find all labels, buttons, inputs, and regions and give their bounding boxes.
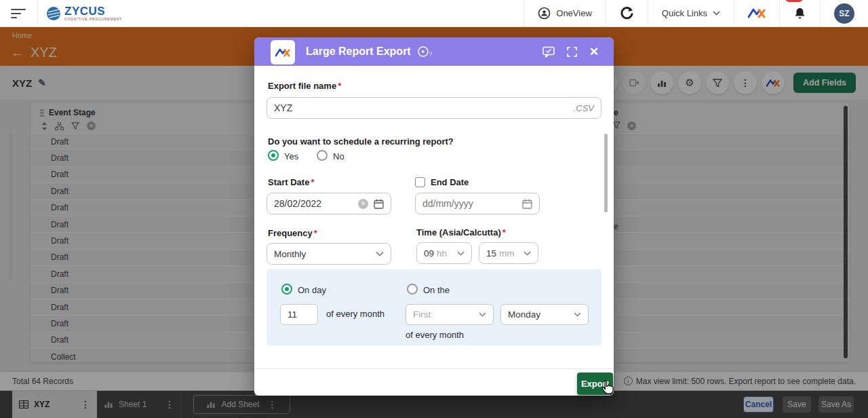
- time-label: Time (Asia/Calcutta)*: [416, 227, 506, 238]
- export-button[interactable]: Export: [577, 373, 613, 395]
- dialog-footer-divider: [254, 368, 614, 369]
- start-date-label: Start Date*: [268, 177, 314, 187]
- on-day-label: On day: [298, 285, 326, 295]
- end-date-field[interactable]: [415, 193, 540, 214]
- user-menu[interactable]: SZ: [820, 0, 868, 26]
- on-day-radio[interactable]: [281, 284, 292, 294]
- day-of-month-input[interactable]: [288, 309, 311, 320]
- refresh-icon: [620, 6, 634, 20]
- merlin-ax-icon: [748, 7, 766, 19]
- day-suffix-text: of every month: [326, 309, 384, 319]
- recurring-question: Do you want to schedule a recurring repo…: [268, 136, 454, 147]
- quick-links-label: Quick Links: [662, 8, 707, 18]
- chevron-down-icon: [457, 251, 465, 256]
- calendar-icon[interactable]: [374, 199, 384, 209]
- close-icon[interactable]: ✕: [589, 46, 599, 58]
- refresh-button[interactable]: [606, 0, 648, 26]
- video-help-icon[interactable]: ?: [418, 46, 432, 57]
- oneview-button[interactable]: OneView: [524, 0, 606, 26]
- end-date-checkbox[interactable]: [415, 177, 425, 187]
- recurring-yes-radio[interactable]: [268, 150, 279, 161]
- chevron-down-icon: [574, 312, 581, 317]
- frequency-select[interactable]: Monthly: [267, 243, 391, 265]
- merlin-ax-icon: [271, 40, 295, 64]
- hamburger-icon[interactable]: [0, 0, 38, 27]
- avatar: SZ: [834, 3, 854, 24]
- frequency-label: Frequency*: [268, 228, 317, 238]
- chevron-down-icon: [479, 312, 486, 317]
- notification-badge: 9483: [785, 0, 803, 2]
- weekday-select[interactable]: Monday: [500, 304, 589, 325]
- file-name-field[interactable]: .CSV: [267, 97, 601, 119]
- monthly-options-panel: On day On the of every month First Monda…: [267, 269, 601, 345]
- end-date-label: End Date: [431, 177, 469, 187]
- fullscreen-icon[interactable]: [567, 47, 577, 57]
- zycus-logo[interactable]: ZYCUS COGNITIVE PROCUREMENT: [38, 5, 122, 21]
- recurring-no-radio[interactable]: [317, 150, 328, 161]
- brand-name: ZYCUS: [64, 5, 122, 17]
- dialog-title: Large Report Export: [306, 45, 411, 58]
- large-report-export-dialog: Large Report Export ? ✕ Export file name…: [254, 37, 614, 396]
- chevron-down-icon: [713, 11, 720, 16]
- file-name-input[interactable]: [274, 102, 574, 113]
- on-the-radio[interactable]: [407, 284, 418, 294]
- week-ordinal-select[interactable]: First: [406, 304, 494, 325]
- zycus-globe-icon: [46, 6, 61, 21]
- notifications-button[interactable]: 9483: [779, 0, 820, 26]
- weekday-suffix-text: of every month: [406, 330, 464, 340]
- chevron-down-icon: [524, 251, 531, 256]
- oneview-label: OneView: [556, 8, 592, 18]
- bell-icon: [793, 7, 806, 20]
- feedback-icon[interactable]: [542, 46, 555, 58]
- recurring-no-label: No: [333, 151, 344, 162]
- merlin-ax-button[interactable]: [734, 0, 779, 26]
- on-the-label: On the: [423, 285, 450, 295]
- file-extension: .CSV: [574, 103, 594, 113]
- brand-tagline: COGNITIVE PROCUREMENT: [64, 18, 122, 21]
- minute-select[interactable]: 15 mm: [479, 242, 538, 264]
- top-navbar: ZYCUS COGNITIVE PROCUREMENT OneView Quic…: [0, 0, 868, 27]
- file-name-label: Export file name*: [268, 81, 341, 91]
- start-date-field[interactable]: ✕: [267, 193, 391, 214]
- quick-links-menu[interactable]: Quick Links: [648, 0, 734, 26]
- dialog-scrollbar[interactable]: [604, 134, 608, 212]
- oneview-icon: [538, 7, 551, 20]
- chevron-down-icon: [376, 251, 384, 256]
- end-date-input[interactable]: [422, 198, 522, 209]
- calendar-icon[interactable]: [522, 199, 532, 209]
- dialog-header: Large Report Export ? ✕: [254, 37, 614, 66]
- recurring-yes-label: Yes: [284, 151, 298, 162]
- clear-icon[interactable]: ✕: [358, 199, 368, 209]
- app-root: ZYCUS COGNITIVE PROCUREMENT OneView Quic…: [0, 0, 868, 418]
- day-of-month-field[interactable]: [280, 304, 318, 325]
- start-date-input[interactable]: [274, 198, 358, 209]
- hour-select[interactable]: 09 hh: [416, 242, 472, 264]
